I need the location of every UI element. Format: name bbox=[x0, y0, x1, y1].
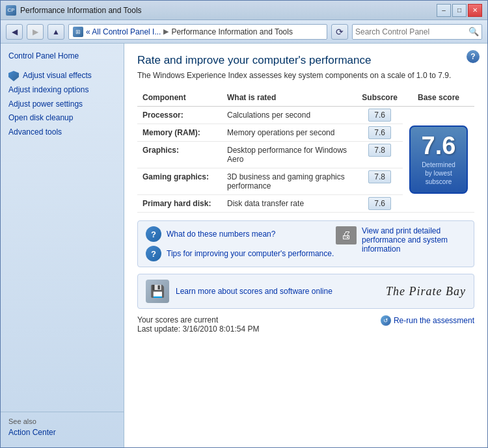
component-disk: Primary hard disk: bbox=[137, 195, 222, 213]
link-row-numbers: ? What do these numbers mean? bbox=[146, 226, 334, 242]
score-badge-processor: 7.6 bbox=[368, 109, 391, 122]
advertiser-text: Learn more about scores and software onl… bbox=[176, 287, 379, 296]
score-badge-memory: 7.6 bbox=[368, 126, 391, 139]
search-bar: 🔍 bbox=[352, 24, 482, 40]
what-rated-graphics: Desktop performance for Windows Aero bbox=[222, 142, 357, 168]
advertiser-link[interactable]: Learn more about scores and software onl… bbox=[176, 287, 332, 296]
col-header-component: Component bbox=[137, 90, 222, 107]
back-button[interactable]: ◀ bbox=[6, 24, 23, 40]
sidebar-item-disk-cleanup[interactable]: Open disk cleanup bbox=[8, 113, 116, 124]
close-button[interactable]: ✕ bbox=[468, 4, 482, 17]
what-rated-gaming: 3D business and gaming graphics performa… bbox=[222, 168, 357, 195]
window-title: Performance Information and Tools bbox=[20, 6, 142, 15]
score-badge-gaming: 7.8 bbox=[368, 170, 391, 183]
base-score-label: Determined by lowest subscore bbox=[420, 161, 457, 186]
nav-bar: ◀ ▶ ▲ ⊞ « All Control Panel I... ▶ Perfo… bbox=[1, 20, 487, 44]
component-memory: Memory (RAM): bbox=[137, 124, 222, 142]
forward-button[interactable]: ▶ bbox=[27, 24, 44, 40]
subscore-disk: 7.6 bbox=[357, 195, 403, 213]
title-bar: CP Performance Information and Tools – □… bbox=[1, 1, 487, 20]
breadcrumb-separator: ▶ bbox=[163, 27, 169, 36]
what-rated-memory: Memory operations per second bbox=[222, 124, 357, 142]
base-score-display: 7.6 Determined by lowest subscore bbox=[409, 125, 468, 194]
search-input[interactable] bbox=[355, 27, 466, 36]
sidebar-item-power[interactable]: Adjust power settings bbox=[8, 99, 116, 110]
sidebar-home-link[interactable]: Control Panel Home bbox=[8, 51, 116, 60]
printer-icon: 🖨 bbox=[336, 226, 357, 244]
sidebar-action-center-link[interactable]: Action Center bbox=[8, 428, 116, 437]
sidebar-indexing-label: Adjust indexing options bbox=[8, 85, 88, 96]
search-icon[interactable]: 🔍 bbox=[468, 27, 479, 36]
shield-icon bbox=[8, 71, 19, 81]
base-score-cell: 7.6 Determined by lowest subscore bbox=[403, 107, 474, 213]
breadcrumb-icon: ⊞ bbox=[73, 27, 83, 37]
minimize-button[interactable]: – bbox=[437, 4, 451, 17]
sidebar-power-label: Adjust power settings bbox=[8, 99, 83, 110]
breadcrumb-home[interactable]: « All Control Panel I... bbox=[86, 27, 161, 36]
table-row: Processor: Calculations per second 7.6 7… bbox=[137, 107, 474, 124]
left-links: ? What do these numbers mean? ? Tips for… bbox=[146, 226, 334, 261]
what-rated-processor: Calculations per second bbox=[222, 107, 357, 124]
question-icon-1: ? bbox=[146, 226, 161, 242]
rerun-button[interactable]: ↺ Re-run the assessment bbox=[381, 315, 474, 326]
sidebar-advanced-label: Advanced tools bbox=[8, 127, 62, 138]
col-header-subscore: Subscore bbox=[357, 90, 403, 107]
component-graphics: Graphics: bbox=[137, 142, 222, 168]
score-badge-disk: 7.6 bbox=[368, 197, 391, 210]
status-line-1: Your scores are current bbox=[137, 315, 259, 324]
tips-link[interactable]: Tips for improving your computer's perfo… bbox=[167, 249, 334, 258]
what-numbers-mean-link[interactable]: What do these numbers mean? bbox=[167, 230, 275, 239]
sidebar-visual-effects-label: Adjust visual effects bbox=[23, 71, 92, 81]
up-button[interactable]: ▲ bbox=[47, 24, 64, 40]
sidebar: Control Panel Home Adjust visual effects… bbox=[1, 44, 124, 447]
question-icon-2: ? bbox=[146, 246, 161, 261]
footer-status: Your scores are current Last update: 3/1… bbox=[137, 315, 259, 334]
main-layout: Control Panel Home Adjust visual effects… bbox=[1, 44, 487, 447]
rerun-label: Re-run the assessment bbox=[394, 316, 474, 325]
breadcrumb-current: Performance Information and Tools bbox=[171, 27, 293, 36]
content-footer: Your scores are current Last update: 3/1… bbox=[137, 315, 474, 334]
title-bar-left: CP Performance Information and Tools bbox=[6, 5, 142, 16]
links-section: ? What do these numbers mean? ? Tips for… bbox=[137, 220, 474, 267]
col-header-base-score: Base score bbox=[403, 90, 474, 107]
window-icon: CP bbox=[6, 5, 16, 16]
sidebar-disk-cleanup-label: Open disk cleanup bbox=[8, 113, 73, 124]
see-also-label: See also bbox=[8, 417, 116, 425]
subscore-graphics: 7.8 bbox=[357, 142, 403, 168]
title-bar-controls: – □ ✕ bbox=[437, 4, 482, 17]
sidebar-item-indexing[interactable]: Adjust indexing options bbox=[8, 85, 116, 96]
refresh-button[interactable]: ⟳ bbox=[331, 24, 348, 40]
subscore-gaming: 7.8 bbox=[357, 168, 403, 195]
page-subtitle: The Windows Experience Index assesses ke… bbox=[137, 71, 474, 80]
rerun-icon: ↺ bbox=[381, 315, 391, 326]
component-gaming: Gaming graphics: bbox=[137, 168, 222, 195]
print-link-area: 🖨 View and print detailed performance an… bbox=[336, 226, 466, 254]
link-row-tips: ? Tips for improving your computer's per… bbox=[146, 246, 334, 261]
content-area: ? Rate and improve your computer's perfo… bbox=[124, 44, 487, 447]
sidebar-item-advanced[interactable]: Advanced tools bbox=[8, 127, 116, 138]
page-title: Rate and improve your computer's perform… bbox=[137, 54, 474, 67]
help-icon[interactable]: ? bbox=[467, 50, 480, 63]
subscore-processor: 7.6 bbox=[357, 107, 403, 124]
score-badge-graphics: 7.8 bbox=[368, 144, 391, 157]
advertiser-section: 💾 Learn more about scores and software o… bbox=[137, 274, 474, 309]
sidebar-see-also: See also Action Center bbox=[1, 412, 124, 440]
sidebar-item-visual-effects[interactable]: Adjust visual effects bbox=[8, 71, 116, 81]
base-score-number: 7.6 bbox=[422, 133, 456, 158]
window: CP Performance Information and Tools – □… bbox=[0, 0, 488, 448]
col-header-what-rated: What is rated bbox=[222, 90, 357, 107]
subscore-memory: 7.6 bbox=[357, 124, 403, 142]
sidebar-main: Control Panel Home Adjust visual effects… bbox=[1, 51, 124, 141]
status-line-2: Last update: 3/16/2010 8:01:54 PM bbox=[137, 324, 259, 334]
breadcrumb-bar: ⊞ « All Control Panel I... ▶ Performance… bbox=[68, 24, 327, 40]
maximize-button[interactable]: □ bbox=[452, 4, 467, 17]
print-link[interactable]: View and print detailed performance and … bbox=[362, 226, 466, 254]
performance-table: Component What is rated Subscore Base sc… bbox=[137, 90, 474, 213]
what-rated-disk: Disk data transfer rate bbox=[222, 195, 357, 213]
advertiser-logo: The Pirate Bay bbox=[386, 285, 466, 298]
sidebar-divider bbox=[1, 141, 124, 406]
advertiser-icon: 💾 bbox=[146, 280, 169, 303]
component-processor: Processor: bbox=[137, 107, 222, 124]
